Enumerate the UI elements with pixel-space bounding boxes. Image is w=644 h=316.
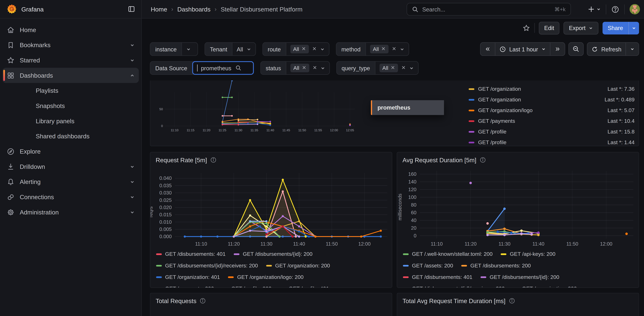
sidebar-item-playlists[interactable]: Playlists [2,83,139,98]
request-rate-chart[interactable]: 0.0000.0050.0100.0150.0200.0250.0300.035… [150,152,392,249]
filter-value[interactable]: All [286,62,329,74]
sidebar-item-snapshots[interactable]: Snapshots [2,98,139,113]
clear-icon[interactable] [302,46,306,52]
filter-chip[interactable]: All [290,45,309,54]
avatar[interactable] [630,4,640,14]
datasource-search-input[interactable]: prometheus [192,61,254,75]
sidebar-item-explore[interactable]: Explore [2,144,139,159]
series-color-swatch [156,265,162,266]
clear-icon[interactable] [402,65,406,71]
panel-title[interactable]: Total Avg Request Time Duration [ms] [402,297,506,304]
legend-item[interactable]: GET /api-keys: 200 [501,251,556,257]
legend-item[interactable]: GET /profile: 200 [222,286,272,288]
filter-value[interactable]: All [232,43,255,56]
help-icon[interactable] [611,5,619,13]
search-input[interactable]: Search... ⌘+k [406,3,571,16]
chevron-down-icon [320,66,325,70]
sidebar-item-drilldown[interactable]: Drilldown [2,159,139,174]
export-button[interactable]: Export [564,22,598,34]
sidebar-item-connections[interactable]: Connections [2,189,139,204]
sidebar-item-alerting[interactable]: Alerting [2,174,139,190]
edit-button[interactable]: Edit [539,22,560,34]
clear-icon[interactable] [312,65,317,71]
clear-all-icon[interactable] [312,65,317,71]
legend-item[interactable]: GET /organization/logo: 200 [228,274,304,280]
legend-row[interactable]: GET /paymentsLast *: 10.4 [469,118,634,124]
clear-icon[interactable] [312,46,317,52]
text-cursor [197,64,198,72]
share-button[interactable]: Share [602,22,628,34]
clear-icon[interactable] [391,65,395,71]
info-icon[interactable] [200,298,206,304]
share-menu-button[interactable] [628,22,639,34]
sidebar-item-home[interactable]: Home [2,22,139,38]
avg-duration-chart[interactable]: 02040608010012014016011:1011:2011:3011:4… [397,152,639,249]
legend-item[interactable]: GET /assets: 200 [403,262,453,268]
legend-item[interactable]: GET /disbursements: 401 [156,251,226,257]
filter-value[interactable]: All [286,43,329,56]
legend-item[interactable]: GET /disbursements/{id}: 200 [481,274,559,280]
legend-label: GET /.well-known/stellar.toml: 200 [412,251,492,257]
chevron-down-icon [409,66,414,70]
filter-chip[interactable]: All [290,64,309,72]
legend-row[interactable]: GET /profileLast *: 1.44 [469,139,634,146]
drilldown-icon [6,162,15,170]
filter-value[interactable] [182,43,198,56]
legend-label: GET /organization/logo: 200 [237,274,304,280]
filter-chip[interactable]: All [380,64,398,72]
share-split-button: Share [602,22,639,34]
connections-icon [6,193,15,201]
sidebar-item-shared-dashboards[interactable]: Shared dashboards [2,128,139,144]
svg-text:0: 0 [414,233,416,238]
add-button[interactable] [588,6,601,13]
panel-title[interactable]: Total Requests [156,297,196,304]
legend-row[interactable]: GET /organization/logoLast *: 5.07 [469,107,634,114]
search-placeholder: Search... [422,6,445,12]
svg-text:0.035: 0.035 [160,183,172,188]
filter-value[interactable]: All [375,62,418,74]
grafana-logo[interactable] [6,4,17,14]
sidebar-item-library-panels[interactable]: Library panels [2,113,139,128]
sidebar-item-administration[interactable]: Administration [2,204,139,220]
sidebar-item-bookmarks[interactable]: Bookmarks [2,38,139,53]
sidebar-item-dashboards[interactable]: Dashboards [2,68,139,83]
svg-text:11:30: 11:30 [234,128,242,132]
svg-text:11:40: 11:40 [532,241,544,247]
breadcrumb-dashboards[interactable]: Dashboards [177,6,210,12]
legend-item[interactable]: GET /payments: 200 [156,286,214,288]
legend-row: GET /payments: 200GET /profile: 200GET /… [156,286,390,288]
legend-item[interactable]: GET /disbursements/{id}: 200 [234,251,312,257]
legend-item[interactable]: GET /profile: 401 [280,286,329,288]
clear-all-icon[interactable] [392,46,396,52]
legend-row[interactable]: GET /organizationLast *: 7.36 [469,85,634,92]
info-icon[interactable] [509,298,515,304]
legend-row[interactable]: GET /organizationLast *: 0.489 [469,96,634,103]
datasource-option-prometheus[interactable]: prometheus [372,100,444,115]
legend-row[interactable]: GET /profileLast *: 15.8 [469,128,634,135]
brand-title: Grafana [22,6,44,12]
clear-icon[interactable] [302,65,306,71]
series-color-swatch [156,253,162,255]
legend-item[interactable]: GET /.well-known/stellar.toml: 200 [403,251,492,257]
clear-icon[interactable] [392,46,396,52]
legend-item[interactable]: GET /organization: 200 [513,286,577,288]
legend-item[interactable]: GET /disbursements: 200 [461,262,531,268]
filter-chip[interactable]: All [370,45,389,54]
legend-item[interactable]: GET /organization: 401 [156,274,220,280]
legend-item[interactable]: GET /organization: 200 [266,262,330,268]
legend-item[interactable]: GET /disbursements/{id}/receivers: 200 [156,262,258,268]
breadcrumb-home[interactable]: Home [151,6,167,12]
filter-value[interactable]: All [366,43,409,56]
sidebar-item-starred[interactable]: Starred [2,52,139,68]
legend-last-value: Last *: 0.489 [604,96,634,103]
star-dashboard-button[interactable] [522,24,530,32]
clear-all-icon[interactable] [312,46,317,52]
legend-item[interactable]: GET /disbursements: 401 [403,274,472,280]
top-chart-legend: GET /organizationLast *: 7.36GET /organi… [469,85,634,146]
legend-item[interactable]: GET /disbursements/{id}/receivers: 200 [403,286,505,288]
sidebar-toggle-icon[interactable] [127,5,136,13]
legend-label: GET /profile: 200 [231,286,272,288]
legend-last-value: Last *: 10.4 [608,118,634,124]
clear-icon[interactable] [381,46,386,52]
clear-all-icon[interactable] [402,65,406,71]
